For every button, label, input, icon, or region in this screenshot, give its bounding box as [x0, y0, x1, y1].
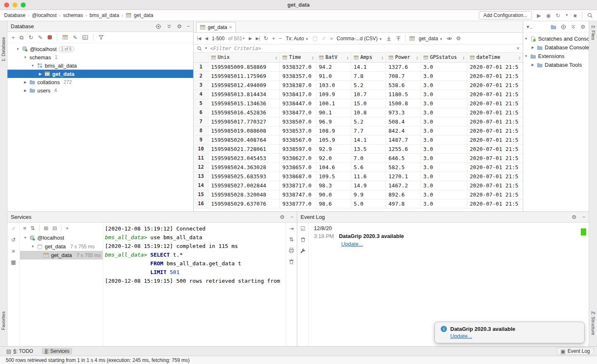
grid-cell[interactable]: 1180.5: [386, 90, 421, 99]
grid-cell[interactable]: 1595985017.770327: [209, 117, 280, 126]
grid-cell[interactable]: 1595985012.494009: [209, 81, 280, 90]
grid-cell[interactable]: 9338777.0: [280, 199, 316, 209]
grid-cell[interactable]: 3.0: [421, 126, 467, 136]
status-message[interactable]: 500 rows retrieved starting from 1 in 1 …: [6, 357, 190, 363]
profiler-icon[interactable]: ◉: [546, 13, 551, 18]
grid-cell[interactable]: 1595985015.134636: [209, 99, 280, 108]
export-data-icon[interactable]: [386, 36, 392, 41]
grid-cell[interactable]: 90.0: [316, 190, 351, 199]
grid-cell[interactable]: 7.0: [351, 154, 386, 163]
stop-icon[interactable]: [48, 35, 52, 39]
close-icon[interactable]: ×: [229, 24, 232, 30]
grid-cell[interactable]: 1595985024.363028: [209, 163, 280, 172]
grid-cell[interactable]: 2020-07-01 21:5: [467, 72, 523, 81]
gear-icon[interactable]: ⚙: [177, 24, 182, 29]
grid-cell[interactable]: 9338507.0: [280, 117, 316, 126]
grid-cell[interactable]: 1467.2: [386, 181, 421, 190]
row-number[interactable]: 7: [194, 117, 209, 126]
grid-cell[interactable]: 2020-07-01 21:5: [467, 154, 523, 163]
grid-cell[interactable]: 1595985011.175969: [209, 72, 280, 81]
grid-cell[interactable]: 1595985013.814434: [209, 90, 280, 99]
tree-item-database-tools[interactable]: ▶ Database Tools: [523, 61, 589, 69]
grid-cell[interactable]: 2020-07-01 21:5: [467, 108, 523, 117]
grid-cell[interactable]: 3.0: [421, 181, 467, 190]
sort-icon[interactable]: ⇅: [31, 226, 35, 231]
clear-output-trash-icon[interactable]: [289, 259, 294, 265]
sidebar-tab-structure[interactable]: Z: Structure: [591, 311, 596, 335]
tree-item-schemas[interactable]: ▼ schemas 1: [7, 53, 193, 61]
grid-cell[interactable]: 708.7: [386, 72, 421, 81]
print-icon[interactable]: [289, 248, 294, 253]
revert-icon[interactable]: [312, 36, 318, 41]
grid-cell[interactable]: 1595985009.858869: [209, 63, 280, 72]
event-log-button[interactable]: ▣ Event Log: [557, 347, 594, 355]
grid-cell[interactable]: 3.0: [421, 190, 467, 199]
grid-cell[interactable]: 1487.7: [386, 136, 421, 145]
grid-cell[interactable]: 10.8: [351, 108, 386, 117]
row-number[interactable]: 8: [194, 126, 209, 136]
grid-cell[interactable]: 7.8: [351, 72, 386, 81]
breadcrumb-database[interactable]: Database: [4, 12, 25, 18]
refresh-icon[interactable]: ↻: [29, 35, 33, 40]
grid-cell[interactable]: 90.1: [316, 108, 351, 117]
column-header-batv[interactable]: BatV▲▼: [316, 53, 351, 63]
grid-cell[interactable]: 9338417.0: [280, 90, 316, 99]
table-view-icon[interactable]: [62, 34, 68, 40]
commit-icon[interactable]: ✓: [11, 226, 16, 231]
column-header-datetime[interactable]: dateTime▲▼: [467, 53, 523, 63]
tree-item-schema-bms-all-data[interactable]: ▼ bms_all_data: [7, 61, 193, 70]
grid-cell[interactable]: 3.0: [421, 154, 467, 163]
first-page-icon[interactable]: |◀: [197, 36, 201, 41]
grid-cell[interactable]: 7.7: [351, 126, 386, 136]
grid-cell[interactable]: 11.6: [351, 172, 386, 181]
row-number[interactable]: 3: [194, 81, 209, 90]
filter-icon[interactable]: [98, 34, 104, 40]
gear-icon[interactable]: ⚙: [572, 214, 577, 220]
filter-criteria-input[interactable]: <Filter Criteria>: [210, 46, 514, 51]
grid-cell[interactable]: 2020-07-01 21:5: [467, 117, 523, 126]
grid-cell[interactable]: 9338747.0: [280, 190, 316, 199]
grid-cell[interactable]: 2020-07-01 21:5: [467, 136, 523, 145]
grid-cell[interactable]: 1595985019.088608: [209, 126, 280, 136]
grid-cell[interactable]: 3.0: [421, 163, 467, 172]
previous-page-icon[interactable]: ◀: [205, 36, 208, 41]
grid-cell[interactable]: 2020-07-01 21:5: [467, 199, 523, 209]
gear-icon[interactable]: ⚙: [456, 36, 461, 41]
row-number[interactable]: 10: [194, 145, 209, 154]
chevron-down-icon[interactable]: ▼: [204, 46, 208, 50]
row-number[interactable]: 11: [194, 154, 209, 163]
grid-cell[interactable]: 1595985025.683593: [209, 172, 280, 181]
settings-wrench-icon[interactable]: [300, 248, 306, 254]
grid-cell[interactable]: 14.1: [351, 136, 386, 145]
hide-panel-icon[interactable]: −: [290, 214, 294, 220]
gear-icon[interactable]: ⚙: [580, 24, 585, 29]
sidebar-tab-favorites[interactable]: Favorites: [1, 311, 6, 330]
view-options-icon[interactable]: ▾‥: [527, 24, 533, 29]
grid-cell[interactable]: 9338717.0: [280, 181, 316, 190]
grid-cell[interactable]: 9.9: [351, 190, 386, 199]
row-number[interactable]: 14: [194, 181, 209, 190]
stop-icon[interactable]: ■: [573, 13, 577, 18]
grid-cell[interactable]: 14.9: [351, 181, 386, 190]
grid-cell[interactable]: 646.5: [386, 154, 421, 163]
row-number[interactable]: 1: [194, 63, 209, 72]
clear-log-trash-icon[interactable]: [300, 237, 306, 243]
zoom-window-button[interactable]: [21, 2, 26, 7]
folder-icon[interactable]: [551, 24, 556, 30]
close-icon[interactable]: ×: [516, 46, 519, 51]
add-configuration-button[interactable]: Add Configuration...: [479, 11, 532, 19]
grid-cell[interactable]: 3.0: [421, 199, 467, 209]
grid-cell[interactable]: 100.1: [316, 99, 351, 108]
grid-cell[interactable]: 92.0: [316, 154, 351, 163]
grid-cell[interactable]: 5.6: [351, 163, 386, 172]
grid-cell[interactable]: 1595985023.045453: [209, 154, 280, 163]
add-service-icon[interactable]: +: [66, 226, 69, 231]
grid-cell[interactable]: 98.6: [316, 199, 351, 209]
grid-cell[interactable]: 5.2: [351, 117, 386, 126]
last-page-icon[interactable]: ▶|: [256, 36, 260, 41]
grid-cell[interactable]: 9338597.0: [280, 145, 316, 154]
tab-services[interactable]: 8: Services: [42, 348, 72, 354]
grid-cell[interactable]: 3.0: [421, 136, 467, 145]
grid-cell[interactable]: 14.1: [351, 63, 386, 72]
chevron-expanded-icon[interactable]: ▼: [31, 245, 35, 248]
